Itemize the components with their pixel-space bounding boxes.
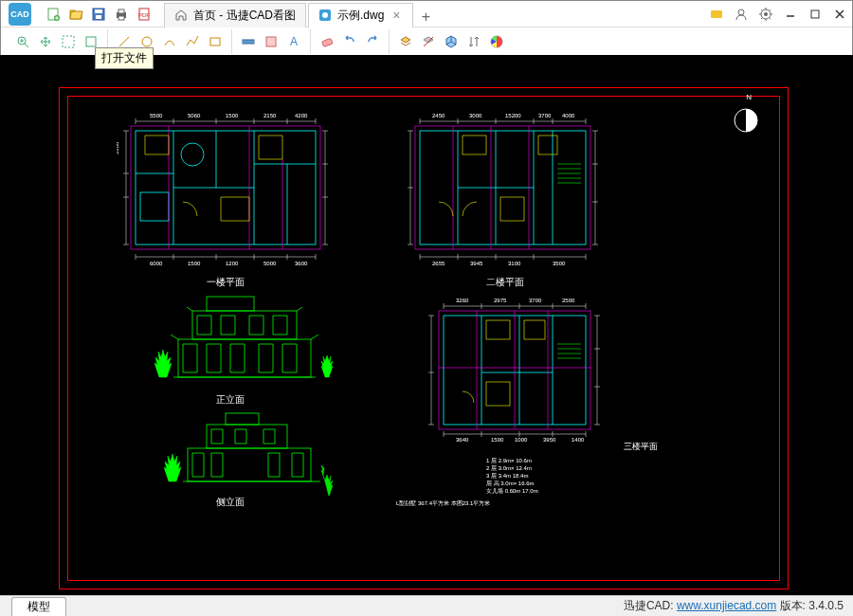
- area-tool[interactable]: [261, 31, 281, 52]
- view3d-tool[interactable]: [441, 31, 462, 52]
- arc-tool[interactable]: [159, 31, 180, 52]
- bottom-bar: 模型 迅捷CAD: www.xunjiecad.com 版本: 3.4.0.5: [0, 595, 853, 616]
- minimize-button[interactable]: [778, 2, 803, 27]
- svg-rect-65: [486, 320, 510, 339]
- window-controls: [704, 2, 852, 27]
- svg-text:4000: 4000: [562, 113, 575, 118]
- compass-label: N: [746, 93, 752, 101]
- zoom-window-tool[interactable]: [58, 31, 79, 52]
- measure-tool[interactable]: [238, 31, 259, 52]
- svg-text:1000: 1000: [515, 437, 528, 443]
- svg-rect-6: [118, 9, 124, 13]
- rectangle-tool[interactable]: [205, 31, 226, 52]
- svg-text:3600: 3600: [295, 261, 308, 266]
- elev2-label: 侧立面: [216, 496, 245, 509]
- text-tool[interactable]: A: [283, 31, 304, 52]
- svg-text:15200: 15200: [505, 113, 521, 118]
- svg-text:女儿墙  0.60m    17.0m: 女儿墙 0.60m 17.0m: [486, 488, 538, 494]
- tab-add-button[interactable]: +: [415, 7, 436, 27]
- drawing-frame: 5500 5060 1500 2150 4200 6000 1500 1200 …: [59, 87, 789, 589]
- tabs: 首页 - 迅捷CAD看图 示例.dwg × +: [164, 1, 704, 27]
- floor-plan-2: 2450 3000 15200 3700 4000 2655 3945 3100…: [401, 107, 609, 268]
- titlebar: CAD PDF 首页 - 迅捷CAD看图 示例.dwg × +: [1, 1, 852, 27]
- canvas[interactable]: 5500 5060 1500 2150 4200 6000 1500 1200 …: [0, 55, 853, 595]
- tab-home[interactable]: 首页 - 迅捷CAD看图: [164, 3, 306, 27]
- svg-text:3 层    3.4m     18.4m: 3 层 3.4m 18.4m: [486, 473, 528, 479]
- svg-text:3500: 3500: [553, 261, 566, 266]
- svg-text:L型别墅   367.4平方米  本图23.1平方米: L型别墅 367.4平方米 本图23.1平方米: [396, 499, 490, 506]
- svg-text:1500: 1500: [491, 437, 504, 443]
- svg-rect-62: [226, 413, 259, 425]
- svg-text:1500: 1500: [226, 113, 239, 118]
- quick-access-toolbar: PDF: [39, 4, 158, 25]
- print-button[interactable]: [111, 4, 132, 25]
- svg-point-13: [738, 9, 744, 15]
- user-icon[interactable]: [729, 2, 753, 27]
- app-icon: CAD: [1, 1, 39, 27]
- color-tool[interactable]: [486, 31, 507, 52]
- file-icon: [318, 9, 332, 22]
- status-text: 迅捷CAD: www.xunjiecad.com 版本: 3.4.0.5: [624, 598, 853, 614]
- tab-close-button[interactable]: ×: [390, 9, 403, 22]
- svg-text:2450: 2450: [432, 113, 445, 118]
- save-button[interactable]: [88, 4, 109, 25]
- svg-point-11: [322, 12, 328, 18]
- svg-text:1 层    2.9m×    10.6m: 1 层 2.9m× 10.6m: [486, 458, 532, 463]
- open-file-button[interactable]: [65, 4, 86, 25]
- svg-point-29: [181, 143, 204, 166]
- svg-text:2 层    3.0m×    12.4m: 2 层 3.0m× 12.4m: [486, 465, 532, 471]
- close-button[interactable]: [827, 2, 852, 27]
- vip-icon[interactable]: [704, 2, 729, 27]
- svg-text:2975: 2975: [494, 298, 507, 303]
- svg-text:3700: 3700: [529, 298, 542, 303]
- svg-rect-3: [95, 9, 102, 13]
- svg-point-20: [142, 37, 152, 46]
- new-file-button[interactable]: [43, 4, 64, 25]
- svg-text:5500: 5500: [150, 113, 163, 118]
- status-link[interactable]: www.xunjiecad.com: [677, 599, 776, 612]
- svg-rect-66: [524, 320, 545, 339]
- svg-text:1400: 1400: [572, 437, 585, 443]
- pan-tool[interactable]: [35, 31, 56, 52]
- model-tab[interactable]: 模型: [11, 597, 66, 616]
- settings-button[interactable]: [753, 2, 778, 27]
- svg-rect-58: [192, 311, 297, 339]
- svg-text:5060: 5060: [188, 113, 201, 118]
- compass-icon: [733, 107, 759, 134]
- svg-rect-4: [96, 15, 101, 19]
- svg-text:3260: 3260: [456, 298, 469, 303]
- svg-rect-25: [322, 38, 333, 46]
- svg-rect-46: [500, 197, 524, 221]
- svg-point-15: [764, 12, 768, 16]
- svg-rect-19: [86, 37, 96, 46]
- polyline-tool[interactable]: [182, 31, 203, 52]
- svg-text:5100: 5100: [117, 141, 119, 154]
- svg-text:PDF: PDF: [138, 12, 150, 18]
- svg-text:5000: 5000: [263, 261, 277, 266]
- zoom-extents-tool[interactable]: [12, 31, 33, 52]
- svg-text:3000: 3000: [469, 113, 482, 118]
- svg-rect-7: [118, 16, 124, 20]
- sort-tool[interactable]: [463, 31, 484, 52]
- floor-plan-1: 5500 5060 1500 2150 4200 6000 1500 1200 …: [117, 107, 335, 268]
- svg-text:6000: 6000: [150, 261, 163, 266]
- svg-text:2150: 2150: [263, 113, 277, 118]
- svg-rect-16: [811, 10, 819, 18]
- maximize-button[interactable]: [803, 2, 827, 27]
- redo-tool[interactable]: [362, 31, 383, 52]
- tab-file[interactable]: 示例.dwg ×: [308, 3, 413, 27]
- erase-tool[interactable]: [317, 31, 337, 52]
- svg-text:3700: 3700: [538, 113, 552, 118]
- svg-rect-59: [207, 297, 254, 311]
- undo-tool[interactable]: [339, 31, 360, 52]
- tab-label: 首页 - 迅捷CAD看图: [193, 8, 296, 24]
- elevation-1: [126, 287, 344, 391]
- pdf-button[interactable]: PDF: [134, 4, 154, 25]
- layers-tool[interactable]: [395, 31, 416, 52]
- info-block: L型别墅 367.4平方米 本图23.1平方米 1 层 2.9m× 10.6m …: [391, 453, 638, 515]
- svg-text:1500: 1500: [188, 261, 201, 266]
- floor-plan-3: 3260 2975 3700 2500 3640 1500 1000 3950 …: [420, 292, 609, 444]
- tooltip: 打开文件: [95, 47, 154, 69]
- svg-text:2500: 2500: [562, 298, 575, 303]
- layer-off-tool[interactable]: [418, 31, 439, 52]
